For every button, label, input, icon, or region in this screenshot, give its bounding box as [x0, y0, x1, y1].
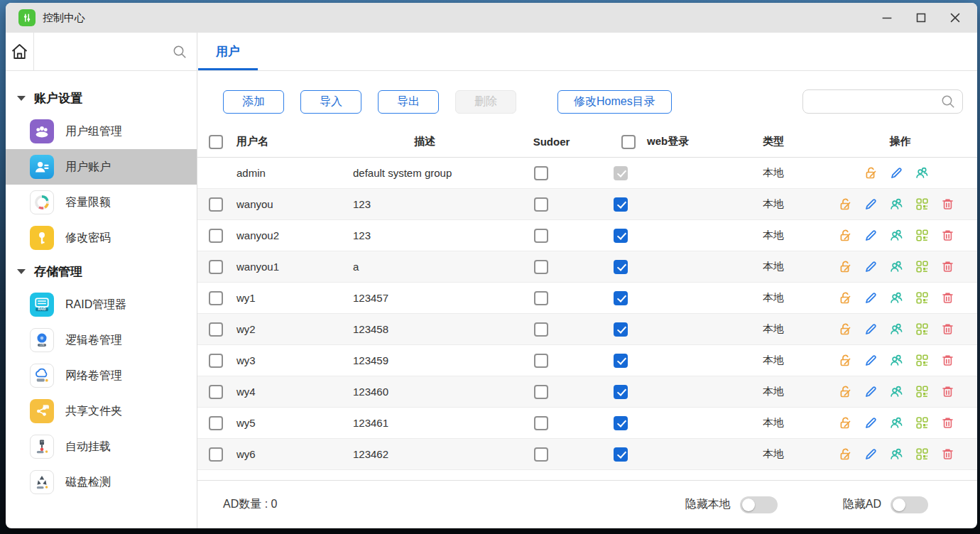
web-login-checkbox[interactable] [614, 229, 628, 243]
app-grid-action-icon[interactable] [915, 228, 930, 243]
export-button[interactable]: 导出 [378, 90, 439, 114]
web-login-checkbox[interactable] [614, 322, 628, 337]
delete-button[interactable]: 删除 [455, 90, 516, 114]
app-grid-action-icon[interactable] [915, 197, 930, 212]
sidebar-item[interactable]: 用户组管理 [6, 114, 197, 149]
select-all-checkbox[interactable] [209, 135, 223, 149]
edit-action-icon[interactable] [864, 322, 878, 337]
user-group-action-icon[interactable] [889, 415, 904, 430]
edit-action-icon[interactable] [864, 259, 878, 274]
user-group-action-icon[interactable] [889, 290, 904, 305]
app-grid-action-icon[interactable] [915, 290, 930, 305]
sidebar-item[interactable]: 修改密码 [6, 220, 197, 256]
minimize-button[interactable] [878, 9, 896, 27]
delete-action-icon[interactable] [940, 290, 955, 305]
sidebar-section-header-0[interactable]: 账户设置 [6, 82, 197, 114]
home-button[interactable] [6, 33, 33, 70]
sidebar-item[interactable]: LVM逻辑卷管理 [6, 322, 197, 358]
edit-action-icon[interactable] [889, 165, 904, 180]
web-login-checkbox[interactable] [614, 291, 628, 305]
row-select-checkbox[interactable] [209, 229, 223, 243]
sudoer-checkbox[interactable] [534, 229, 548, 243]
sidebar-section-header-1[interactable]: 存储管理 [6, 256, 197, 287]
web-login-checkbox[interactable] [614, 197, 628, 212]
edit-action-icon[interactable] [864, 197, 878, 212]
web-login-checkbox[interactable] [614, 385, 628, 399]
table-search-input[interactable] [812, 96, 940, 107]
row-select-checkbox[interactable] [209, 197, 223, 212]
app-grid-action-icon[interactable] [915, 322, 930, 337]
delete-action-icon[interactable] [940, 228, 955, 243]
sudoer-checkbox[interactable] [534, 166, 548, 180]
change-password-action-icon[interactable] [838, 197, 853, 212]
sidebar-item[interactable]: 磁盘检测 [6, 464, 197, 500]
row-select-checkbox[interactable] [209, 354, 223, 368]
maximize-button[interactable] [912, 9, 930, 27]
sudoer-checkbox[interactable] [534, 385, 548, 399]
web-login-checkbox[interactable] [614, 260, 628, 274]
sudoer-checkbox[interactable] [534, 322, 548, 337]
delete-action-icon[interactable] [940, 415, 955, 430]
delete-action-icon[interactable] [940, 197, 955, 212]
change-password-action-icon[interactable] [864, 165, 878, 180]
sidebar-item[interactable]: RAIDRAID管理器 [6, 287, 197, 322]
edit-action-icon[interactable] [864, 353, 878, 368]
row-select-checkbox[interactable] [209, 385, 223, 399]
delete-action-icon[interactable] [940, 384, 955, 399]
web-login-checkbox[interactable] [614, 416, 628, 430]
sudoer-checkbox[interactable] [534, 260, 548, 274]
tab-users[interactable]: 用户 [197, 33, 258, 70]
delete-action-icon[interactable] [940, 447, 955, 462]
user-group-action-icon[interactable] [889, 353, 904, 368]
row-select-checkbox[interactable] [209, 447, 223, 462]
sudoer-checkbox[interactable] [534, 197, 548, 212]
user-group-action-icon[interactable] [889, 322, 904, 337]
change-password-action-icon[interactable] [838, 228, 853, 243]
edit-action-icon[interactable] [864, 290, 878, 305]
hide-ad-toggle[interactable] [891, 496, 928, 513]
user-group-action-icon[interactable] [915, 165, 930, 180]
add-button[interactable]: 添加 [223, 90, 284, 114]
import-button[interactable]: 导入 [300, 90, 361, 114]
select-all-weblogin-checkbox[interactable] [621, 135, 636, 149]
sudoer-checkbox[interactable] [534, 291, 548, 305]
sidebar-search-input[interactable] [43, 46, 171, 58]
sudoer-checkbox[interactable] [534, 416, 548, 430]
user-group-action-icon[interactable] [889, 259, 904, 274]
delete-action-icon[interactable] [940, 353, 955, 368]
user-group-action-icon[interactable] [889, 447, 904, 462]
change-password-action-icon[interactable] [838, 353, 853, 368]
change-password-action-icon[interactable] [838, 384, 853, 399]
sudoer-checkbox[interactable] [534, 354, 548, 368]
change-password-action-icon[interactable] [838, 447, 853, 462]
change-password-action-icon[interactable] [838, 415, 853, 430]
sidebar-item[interactable]: 共享文件夹 [6, 393, 197, 429]
app-grid-action-icon[interactable] [915, 447, 930, 462]
row-select-checkbox[interactable] [209, 322, 223, 337]
app-grid-action-icon[interactable] [915, 384, 930, 399]
delete-action-icon[interactable] [940, 259, 955, 274]
edit-action-icon[interactable] [864, 384, 878, 399]
user-group-action-icon[interactable] [889, 228, 904, 243]
app-grid-action-icon[interactable] [915, 415, 930, 430]
edit-action-icon[interactable] [864, 447, 878, 462]
user-group-action-icon[interactable] [889, 384, 904, 399]
edit-action-icon[interactable] [864, 228, 878, 243]
change-password-action-icon[interactable] [838, 259, 853, 274]
close-button[interactable] [946, 9, 964, 27]
row-select-checkbox[interactable] [209, 416, 223, 430]
change-password-action-icon[interactable] [838, 322, 853, 337]
sidebar-item[interactable]: 用户账户 [6, 149, 197, 185]
hide-local-toggle[interactable] [740, 496, 778, 513]
sidebar-item[interactable]: 网络卷管理 [6, 358, 197, 393]
user-group-action-icon[interactable] [889, 197, 904, 212]
modify-homes-button[interactable]: 修改Homes目录 [557, 90, 672, 114]
web-login-checkbox[interactable] [614, 447, 628, 462]
delete-action-icon[interactable] [940, 322, 955, 337]
edit-action-icon[interactable] [864, 415, 878, 430]
sidebar-item[interactable]: 容量限额 [6, 185, 197, 220]
app-grid-action-icon[interactable] [915, 353, 930, 368]
row-select-checkbox[interactable] [209, 291, 223, 305]
web-login-checkbox[interactable] [614, 354, 628, 368]
app-grid-action-icon[interactable] [915, 259, 930, 274]
